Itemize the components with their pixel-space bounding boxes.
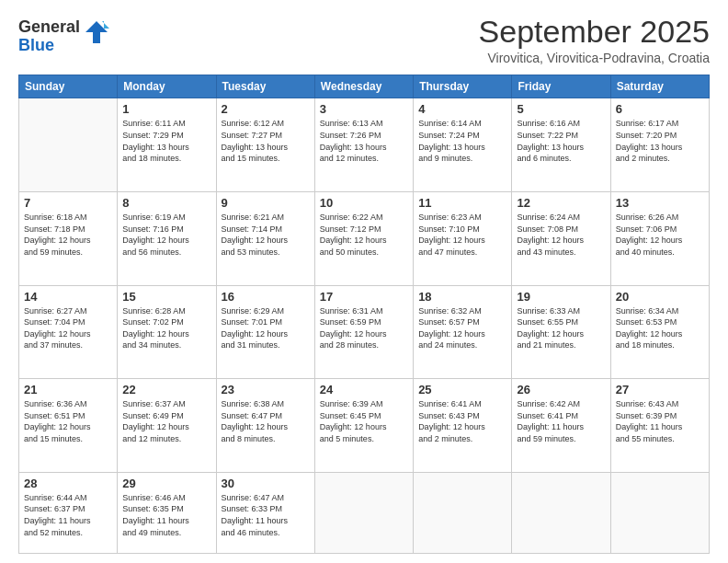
table-row: 21Sunrise: 6:36 AM Sunset: 6:51 PM Dayli… (19, 379, 118, 473)
table-row: 6Sunrise: 6:17 AM Sunset: 7:20 PM Daylig… (610, 98, 709, 192)
day-number: 17 (320, 290, 408, 304)
day-info: Sunrise: 6:27 AM Sunset: 7:04 PM Dayligh… (24, 305, 112, 351)
day-number: 19 (517, 290, 605, 304)
day-info: Sunrise: 6:41 AM Sunset: 6:43 PM Dayligh… (418, 398, 506, 444)
day-number: 3 (320, 102, 408, 116)
header-wednesday: Wednesday (314, 75, 413, 98)
header-sunday: Sunday (19, 75, 118, 98)
table-row: 27Sunrise: 6:43 AM Sunset: 6:39 PM Dayli… (610, 379, 709, 473)
day-number: 9 (222, 196, 310, 210)
month-title: September 2025 (479, 15, 710, 49)
header-monday: Monday (118, 75, 216, 98)
calendar-header-row: Sunday Monday Tuesday Wednesday Thursday… (19, 75, 710, 98)
table-row (19, 98, 118, 192)
day-info: Sunrise: 6:39 AM Sunset: 6:45 PM Dayligh… (320, 398, 408, 444)
table-row: 30Sunrise: 6:47 AM Sunset: 6:33 PM Dayli… (216, 472, 314, 553)
title-block: September 2025 Virovitica, Virovitica-Po… (479, 15, 710, 65)
day-number: 4 (418, 102, 506, 116)
page: General Blue September 2025 Virovitica, … (0, 0, 728, 563)
day-number: 12 (517, 196, 605, 210)
table-row: 22Sunrise: 6:37 AM Sunset: 6:49 PM Dayli… (118, 379, 216, 473)
day-number: 23 (222, 383, 310, 396)
day-info: Sunrise: 6:46 AM Sunset: 6:35 PM Dayligh… (122, 492, 210, 538)
day-number: 15 (122, 290, 210, 304)
day-number: 18 (418, 290, 506, 304)
day-number: 24 (320, 383, 408, 396)
day-info: Sunrise: 6:36 AM Sunset: 6:51 PM Dayligh… (24, 398, 112, 444)
header-friday: Friday (512, 75, 610, 98)
day-info: Sunrise: 6:42 AM Sunset: 6:41 PM Dayligh… (517, 398, 605, 444)
day-number: 5 (517, 102, 605, 116)
table-row (314, 472, 413, 553)
table-row (414, 472, 512, 553)
table-row: 5Sunrise: 6:16 AM Sunset: 7:22 PM Daylig… (512, 98, 610, 192)
day-info: Sunrise: 6:43 AM Sunset: 6:39 PM Dayligh… (616, 398, 704, 444)
table-row: 25Sunrise: 6:41 AM Sunset: 6:43 PM Dayli… (414, 379, 512, 473)
day-number: 22 (122, 383, 210, 396)
table-row: 9Sunrise: 6:21 AM Sunset: 7:14 PM Daylig… (216, 191, 314, 285)
day-number: 27 (616, 383, 704, 396)
table-row: 4Sunrise: 6:14 AM Sunset: 7:24 PM Daylig… (414, 98, 512, 192)
table-row: 23Sunrise: 6:38 AM Sunset: 6:47 PM Dayli… (216, 379, 314, 473)
day-number: 8 (122, 196, 210, 210)
table-row: 10Sunrise: 6:22 AM Sunset: 7:12 PM Dayli… (314, 191, 413, 285)
day-info: Sunrise: 6:33 AM Sunset: 6:55 PM Dayligh… (517, 305, 605, 351)
day-number: 1 (122, 102, 210, 116)
logo-text: General Blue (18, 18, 80, 55)
table-row: 20Sunrise: 6:34 AM Sunset: 6:53 PM Dayli… (610, 285, 709, 379)
table-row: 1Sunrise: 6:11 AM Sunset: 7:29 PM Daylig… (118, 98, 216, 192)
table-row: 12Sunrise: 6:24 AM Sunset: 7:08 PM Dayli… (512, 191, 610, 285)
table-row: 19Sunrise: 6:33 AM Sunset: 6:55 PM Dayli… (512, 285, 610, 379)
header: General Blue September 2025 Virovitica, … (18, 15, 710, 65)
svg-marker-1 (102, 21, 109, 29)
table-row: 15Sunrise: 6:28 AM Sunset: 7:02 PM Dayli… (118, 285, 216, 379)
table-row: 8Sunrise: 6:19 AM Sunset: 7:16 PM Daylig… (118, 191, 216, 285)
table-row: 28Sunrise: 6:44 AM Sunset: 6:37 PM Dayli… (19, 472, 118, 553)
day-info: Sunrise: 6:31 AM Sunset: 6:59 PM Dayligh… (320, 305, 408, 351)
calendar-week-row: 21Sunrise: 6:36 AM Sunset: 6:51 PM Dayli… (19, 379, 710, 473)
day-number: 29 (122, 477, 210, 490)
day-number: 7 (24, 196, 112, 210)
table-row: 16Sunrise: 6:29 AM Sunset: 7:01 PM Dayli… (216, 285, 314, 379)
table-row: 13Sunrise: 6:26 AM Sunset: 7:06 PM Dayli… (610, 191, 709, 285)
logo-icon (84, 19, 109, 45)
day-number: 26 (517, 383, 605, 396)
calendar-table: Sunday Monday Tuesday Wednesday Thursday… (18, 75, 710, 554)
day-info: Sunrise: 6:29 AM Sunset: 7:01 PM Dayligh… (222, 305, 310, 351)
day-number: 11 (418, 196, 506, 210)
logo-general: General (18, 18, 80, 37)
table-row: 11Sunrise: 6:23 AM Sunset: 7:10 PM Dayli… (414, 191, 512, 285)
day-info: Sunrise: 6:22 AM Sunset: 7:12 PM Dayligh… (320, 212, 408, 258)
table-row (512, 472, 610, 553)
table-row: 26Sunrise: 6:42 AM Sunset: 6:41 PM Dayli… (512, 379, 610, 473)
table-row: 29Sunrise: 6:46 AM Sunset: 6:35 PM Dayli… (118, 472, 216, 553)
day-number: 16 (222, 290, 310, 304)
logo-blue: Blue (18, 37, 80, 55)
location-subtitle: Virovitica, Virovitica-Podravina, Croati… (479, 51, 710, 65)
day-number: 13 (616, 196, 704, 210)
day-info: Sunrise: 6:34 AM Sunset: 6:53 PM Dayligh… (616, 305, 704, 351)
day-info: Sunrise: 6:38 AM Sunset: 6:47 PM Dayligh… (222, 398, 310, 444)
day-number: 21 (24, 383, 112, 396)
day-info: Sunrise: 6:12 AM Sunset: 7:27 PM Dayligh… (222, 118, 310, 164)
day-number: 28 (24, 477, 112, 490)
day-info: Sunrise: 6:16 AM Sunset: 7:22 PM Dayligh… (517, 118, 605, 164)
table-row: 3Sunrise: 6:13 AM Sunset: 7:26 PM Daylig… (314, 98, 413, 192)
day-info: Sunrise: 6:17 AM Sunset: 7:20 PM Dayligh… (616, 118, 704, 164)
header-saturday: Saturday (610, 75, 709, 98)
day-info: Sunrise: 6:28 AM Sunset: 7:02 PM Dayligh… (122, 305, 210, 351)
day-info: Sunrise: 6:21 AM Sunset: 7:14 PM Dayligh… (222, 212, 310, 258)
table-row: 2Sunrise: 6:12 AM Sunset: 7:27 PM Daylig… (216, 98, 314, 192)
day-info: Sunrise: 6:26 AM Sunset: 7:06 PM Dayligh… (616, 212, 704, 258)
table-row: 24Sunrise: 6:39 AM Sunset: 6:45 PM Dayli… (314, 379, 413, 473)
calendar-week-row: 14Sunrise: 6:27 AM Sunset: 7:04 PM Dayli… (19, 285, 710, 379)
day-number: 30 (222, 477, 310, 490)
calendar-week-row: 28Sunrise: 6:44 AM Sunset: 6:37 PM Dayli… (19, 472, 710, 553)
day-number: 10 (320, 196, 408, 210)
day-info: Sunrise: 6:11 AM Sunset: 7:29 PM Dayligh… (122, 118, 210, 164)
day-info: Sunrise: 6:19 AM Sunset: 7:16 PM Dayligh… (122, 212, 210, 258)
table-row: 17Sunrise: 6:31 AM Sunset: 6:59 PM Dayli… (314, 285, 413, 379)
day-info: Sunrise: 6:37 AM Sunset: 6:49 PM Dayligh… (122, 398, 210, 444)
day-number: 6 (616, 102, 704, 116)
day-number: 20 (616, 290, 704, 304)
